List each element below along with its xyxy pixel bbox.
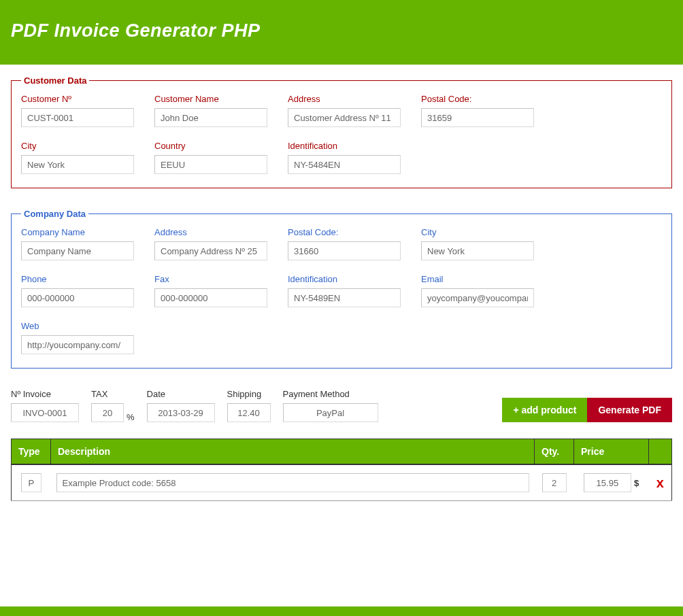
customer-ident-input[interactable] xyxy=(288,155,401,174)
company-email-input[interactable] xyxy=(421,288,534,307)
shipping-label: Shipping xyxy=(227,389,271,399)
company-phone-label: Phone xyxy=(21,274,134,284)
customer-number-input[interactable] xyxy=(21,108,134,127)
company-address-label: Address xyxy=(154,227,267,237)
company-postal-input[interactable] xyxy=(288,241,401,260)
row-qty-input[interactable] xyxy=(542,473,567,492)
company-fieldset: Company Data Company Name Address Postal… xyxy=(11,209,672,369)
customer-fieldset: Customer Data Customer Nº Customer Name … xyxy=(11,75,672,188)
invoice-meta-row: Nº Invoice TAX % Date Shipping Payment M… xyxy=(11,389,672,422)
th-qty: Qty. xyxy=(535,439,574,465)
tax-suffix: % xyxy=(127,412,135,422)
customer-address-input[interactable] xyxy=(288,108,401,127)
tax-input[interactable] xyxy=(91,403,124,422)
payment-label: Payment Method xyxy=(283,389,378,399)
row-desc-input[interactable] xyxy=(56,473,529,492)
company-city-input[interactable] xyxy=(421,241,534,260)
company-ident-input[interactable] xyxy=(288,288,401,307)
th-price: Price xyxy=(574,439,649,465)
company-legend: Company Data xyxy=(21,209,88,219)
company-email-label: Email xyxy=(421,274,534,284)
company-ident-label: Identification xyxy=(288,274,401,284)
main-content: Customer Data Customer Nº Customer Name … xyxy=(0,65,683,512)
date-label: Date xyxy=(147,389,215,399)
products-table: Type Description Qty. Price $ x xyxy=(11,439,672,501)
company-web-input[interactable] xyxy=(21,335,134,354)
customer-country-input[interactable] xyxy=(154,155,267,174)
delete-row-icon[interactable]: x xyxy=(654,475,667,491)
company-name-label: Company Name xyxy=(21,227,134,237)
company-fax-input[interactable] xyxy=(154,288,267,307)
customer-name-input[interactable] xyxy=(154,108,267,127)
company-web-label: Web xyxy=(21,321,134,331)
customer-city-label: City xyxy=(21,141,134,151)
th-actions xyxy=(649,439,672,465)
generate-pdf-button[interactable]: Generate PDF xyxy=(587,398,672,422)
customer-legend: Customer Data xyxy=(21,75,89,86)
tax-label: TAX xyxy=(91,389,135,399)
invoice-number-label: Nº Invoice xyxy=(11,389,79,399)
company-name-input[interactable] xyxy=(21,241,134,260)
row-price-input[interactable] xyxy=(584,473,631,492)
header: PDF Invoice Generator PHP xyxy=(0,0,683,65)
customer-number-label: Customer Nº xyxy=(21,94,134,104)
company-address-input[interactable] xyxy=(154,241,267,260)
payment-input[interactable] xyxy=(283,403,378,422)
currency-label: $ xyxy=(634,478,639,488)
customer-address-label: Address xyxy=(288,94,401,104)
th-type: Type xyxy=(12,439,51,465)
company-postal-label: Postal Code: xyxy=(288,227,401,237)
date-input[interactable] xyxy=(147,403,215,422)
add-product-button[interactable]: + add product xyxy=(502,398,587,422)
company-fax-label: Fax xyxy=(154,274,267,284)
row-type-input[interactable] xyxy=(21,473,41,492)
th-description: Description xyxy=(51,439,535,465)
page-title: PDF Invoice Generator PHP xyxy=(11,20,672,41)
customer-city-input[interactable] xyxy=(21,155,134,174)
table-row: $ x xyxy=(12,464,672,501)
customer-postal-label: Postal Code: xyxy=(421,94,534,104)
shipping-input[interactable] xyxy=(227,403,271,422)
customer-name-label: Customer Name xyxy=(154,94,267,104)
customer-country-label: Country xyxy=(154,141,267,151)
company-phone-input[interactable] xyxy=(21,288,134,307)
company-city-label: City xyxy=(421,227,534,237)
customer-ident-label: Identification xyxy=(288,141,401,151)
invoice-number-input[interactable] xyxy=(11,403,79,422)
customer-postal-input[interactable] xyxy=(421,108,534,127)
